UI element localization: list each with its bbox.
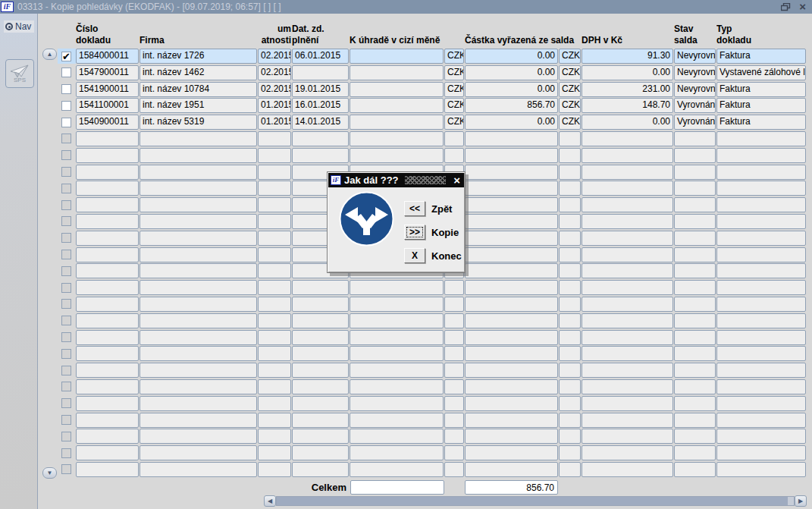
cell-stav[interactable] [674,280,716,295]
column-header[interactable]: Číslodokladu [76,21,139,46]
cell-cislo[interactable] [76,396,139,411]
cell-dph[interactable] [582,197,673,212]
cell-typ[interactable] [716,148,806,163]
cell-firma[interactable] [140,346,257,361]
cell-stav[interactable] [674,396,716,411]
cell-dph[interactable]: 231.00 [582,82,673,97]
cell-firma[interactable] [140,462,257,477]
cell-cislo[interactable]: 1584000011 [76,49,139,64]
cell-dph[interactable]: 91.30 [582,49,673,64]
sps-button[interactable]: SPS [5,59,34,88]
cell-stav[interactable]: Nevyrovnáno [674,49,716,64]
cell-castka[interactable] [465,181,558,196]
cell-dph[interactable] [582,462,673,477]
cell-typ[interactable] [716,462,806,477]
cell-firma[interactable]: int. název 10784 [140,82,257,97]
cell-mena_salda[interactable] [559,413,581,428]
cell-uhrada[interactable] [350,363,444,378]
cell-splatnost[interactable] [258,297,291,312]
column-header[interactable]: Typdokladu [716,21,806,46]
cell-cislo[interactable] [76,148,139,163]
cell-stav[interactable] [674,165,716,180]
scroll-down-button[interactable]: ▼ [42,467,57,479]
cell-splatnost[interactable] [258,346,291,361]
cell-cislo[interactable] [76,247,139,262]
cell-cislo[interactable] [76,330,139,345]
row-checkbox[interactable] [61,118,71,127]
table-row[interactable] [58,379,807,394]
cell-plneni[interactable]: 14.01.2015 [292,115,349,130]
cell-uhrada[interactable] [350,115,444,130]
scroll-up-button[interactable]: ▲ [42,49,57,60]
cell-uhrada[interactable] [350,49,444,64]
cell-dph[interactable] [582,231,673,246]
cell-mena_salda[interactable] [559,379,581,394]
column-header[interactable]: Firma [140,21,257,46]
cell-firma[interactable] [140,429,257,444]
cell-plneni[interactable] [292,429,349,444]
cell-stav[interactable] [674,297,716,312]
cell-plneni[interactable]: 06.01.2015 [292,49,349,64]
cell-cislo[interactable]: 1541100001 [76,98,139,113]
cell-dph[interactable] [582,214,673,229]
cell-castka[interactable]: 0.00 [465,65,558,80]
cell-splatnost[interactable] [258,363,291,378]
cell-mena_cizi[interactable]: CZK [444,115,464,130]
cell-mena_cizi[interactable] [444,346,464,361]
cell-cislo[interactable] [76,379,139,394]
cell-castka[interactable] [465,462,558,477]
cell-mena_salda[interactable] [559,396,581,411]
total-castka-field[interactable] [465,480,558,495]
cell-cislo[interactable]: 1540900011 [76,115,139,130]
scroll-left-button[interactable]: ◀ [264,495,276,507]
cell-mena_salda[interactable] [559,247,581,262]
cell-castka[interactable] [465,396,558,411]
cell-firma[interactable] [140,148,257,163]
cell-castka[interactable] [465,413,558,428]
cell-stav[interactable] [674,197,716,212]
row-checkbox[interactable] [61,68,71,77]
cell-mena_salda[interactable] [559,214,581,229]
cell-mena_cizi[interactable] [444,330,464,345]
row-checkbox[interactable] [61,84,71,94]
cell-uhrada[interactable] [350,330,444,345]
cell-splatnost[interactable] [258,379,291,394]
cell-uhrada[interactable] [350,98,444,113]
cell-firma[interactable] [140,131,257,146]
cell-typ[interactable] [716,330,806,345]
table-row[interactable] [58,148,807,163]
cell-typ[interactable] [716,214,806,229]
cell-typ[interactable]: Faktura [716,82,806,97]
cell-mena_cizi[interactable]: CZK [444,98,464,113]
cell-mena_salda[interactable] [559,231,581,246]
cell-mena_cizi[interactable] [444,462,464,477]
cell-uhrada[interactable] [350,445,444,460]
cell-stav[interactable]: Nevyrovnáno [674,65,716,80]
cell-dph[interactable] [582,181,673,196]
cell-mena_cizi[interactable] [444,148,464,163]
cell-stav[interactable] [674,429,716,444]
cell-plneni[interactable] [292,65,349,80]
cell-cislo[interactable] [76,363,139,378]
cell-firma[interactable]: int. název 5319 [140,115,257,130]
cell-plneni[interactable]: 16.01.2015 [292,98,349,113]
cell-splatnost[interactable] [258,247,291,262]
cell-mena_cizi[interactable] [444,280,464,295]
cell-dph[interactable] [582,148,673,163]
cell-splatnost[interactable] [258,330,291,345]
cell-splatnost[interactable]: 01.2015 [258,98,291,113]
column-header[interactable]: Dat. zd.plnění [292,21,349,46]
cell-stav[interactable] [674,181,716,196]
cell-mena_salda[interactable] [559,330,581,345]
cell-castka[interactable] [465,165,558,180]
cell-castka[interactable]: 856.70 [465,98,558,113]
table-row[interactable] [58,330,807,345]
cell-firma[interactable]: int. název 1462 [140,65,257,80]
cell-typ[interactable] [716,346,806,361]
cell-uhrada[interactable] [350,82,444,97]
cell-splatnost[interactable] [258,313,291,328]
cell-dph[interactable] [582,297,673,312]
cell-cislo[interactable] [76,181,139,196]
cell-stav[interactable] [674,131,716,146]
cell-typ[interactable] [716,165,806,180]
